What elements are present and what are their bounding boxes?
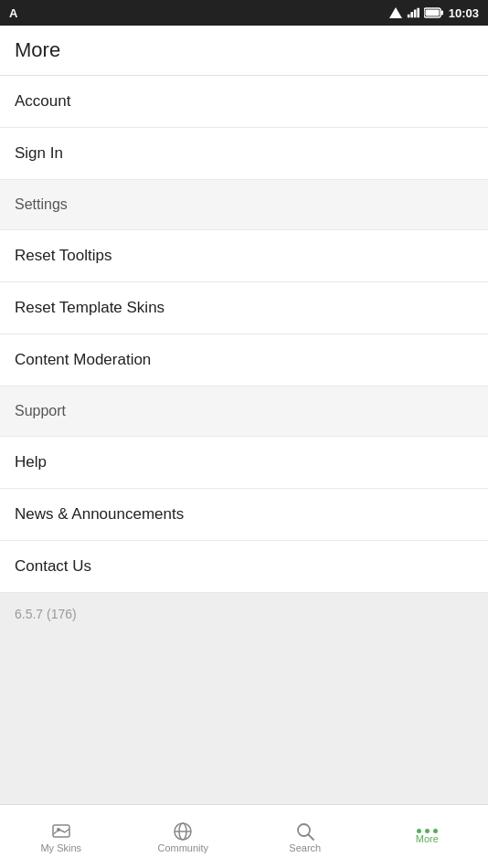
svg-rect-2: [410, 12, 413, 17]
status-bar: A 10:03: [0, 0, 488, 26]
menu-item-settings[interactable]: Settings: [0, 180, 488, 230]
menu-item-news-announcements[interactable]: News & Announcements: [0, 489, 488, 541]
svg-rect-3: [414, 10, 417, 18]
svg-line-10: [53, 830, 59, 834]
nav-item-my-skins[interactable]: My Skins: [0, 805, 122, 868]
battery-icon: [424, 7, 444, 18]
menu-item-contact-us[interactable]: Contact Us: [0, 541, 488, 593]
page-title: More: [15, 38, 60, 61]
bottom-nav: My Skins Community Search More: [0, 804, 488, 868]
menu-item-reset-template-skins[interactable]: Reset Template Skins: [0, 282, 488, 334]
skins-icon: [50, 820, 72, 842]
nav-item-search[interactable]: Search: [244, 805, 366, 868]
community-icon: [172, 820, 194, 842]
svg-rect-4: [417, 8, 419, 18]
svg-rect-1: [408, 15, 410, 18]
nav-label-more: More: [416, 833, 439, 844]
svg-rect-6: [440, 11, 443, 16]
svg-line-11: [59, 830, 65, 832]
menu-item-support[interactable]: Support: [0, 386, 488, 437]
page-title-bar: More: [0, 26, 488, 76]
svg-line-17: [308, 834, 313, 840]
menu-item-account[interactable]: Account: [0, 76, 488, 128]
menu-item-reset-tooltips[interactable]: Reset Tooltips: [0, 230, 488, 282]
version-text: 6.5.7 (176): [15, 607, 77, 621]
app-icon: A: [9, 6, 17, 20]
svg-marker-0: [389, 7, 402, 18]
nav-item-more[interactable]: More: [366, 805, 489, 868]
wifi-icon: [407, 7, 419, 18]
status-bar-left: A: [9, 6, 17, 20]
status-time: 10:03: [449, 6, 479, 20]
nav-item-community[interactable]: Community: [122, 805, 245, 868]
svg-rect-7: [425, 10, 439, 16]
signal-icon: [389, 7, 402, 18]
main-content: More Account Sign In Settings Reset Tool…: [0, 26, 488, 804]
nav-label-search: Search: [289, 842, 321, 853]
status-bar-right: 10:03: [389, 6, 479, 20]
menu-list: Account Sign In Settings Reset Tooltips …: [0, 76, 488, 593]
search-icon: [294, 820, 316, 842]
menu-item-sign-in[interactable]: Sign In: [0, 128, 488, 180]
nav-label-my-skins: My Skins: [40, 842, 81, 853]
menu-item-content-moderation[interactable]: Content Moderation: [0, 334, 488, 386]
nav-label-community: Community: [157, 842, 208, 853]
menu-item-help[interactable]: Help: [0, 437, 488, 489]
version-area: 6.5.7 (176): [0, 593, 488, 804]
